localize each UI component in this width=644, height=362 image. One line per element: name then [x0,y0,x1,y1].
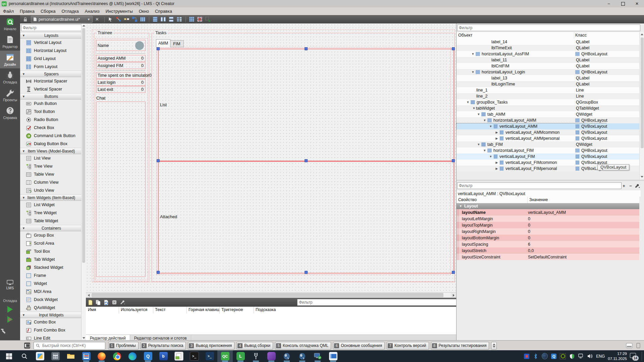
object-name-cell[interactable]: ▼horizontalLayout_Login [457,69,588,75]
property-value[interactable]: 0 [528,222,530,228]
menu-item-2[interactable]: Сборка [38,8,59,15]
object-class-cell[interactable]: QGroupBox [574,99,641,105]
chevron-down-icon[interactable]: ▼ [489,155,493,158]
action-table-body[interactable] [86,313,456,335]
widgetbox-item-table-widget[interactable]: Table Widget [20,217,82,225]
steam-icon[interactable] [542,353,548,359]
object-tree-scrollbar[interactable] [639,32,644,180]
object-row-label_11[interactable]: label_11QLabel [457,57,639,63]
object-inspector-filter-input[interactable] [457,24,640,31]
panel-splitter[interactable] [457,180,644,181]
action-column-5[interactable]: Подсказка [256,307,276,312]
output-pane-1[interactable]: 1Проблемы [108,342,139,350]
security-shield-icon[interactable] [569,353,575,359]
selection-handle[interactable] [305,47,308,50]
selection-handle[interactable] [157,47,160,50]
action-filter-input[interactable] [297,299,458,306]
scroll-up-icon[interactable] [641,34,643,35]
property-section-layout[interactable]: ▼ Layout [457,203,639,209]
add-property-button[interactable]: + [621,182,627,189]
taskbar-panel-app-icon[interactable] [325,350,341,362]
property-row-layoutName[interactable]: layoutNameverticalLayout_AMM [457,209,639,216]
property-row-layoutStretch[interactable]: layoutStretch0,0 [457,247,639,254]
volume-icon[interactable] [587,353,593,359]
scroll-down-icon[interactable] [83,337,85,339]
chevron-down-icon[interactable]: ▼ [483,119,487,122]
scrollbar-thumb[interactable] [641,38,644,148]
object-row-horizontalLayout_AMM[interactable]: ▼horizontalLayout_AMMQHBoxLayout [457,117,639,123]
chevron-down-icon[interactable]: ▼ [489,125,493,128]
widgetbox-item-mdi-area[interactable]: MDI Area [20,288,82,296]
taskbar-start-icon[interactable] [1,350,17,362]
chat-list-widget[interactable] [96,102,146,277]
object-class-cell[interactable]: QLabel [574,63,641,69]
action-column-4[interactable]: Триггерное [221,307,243,312]
object-class-cell[interactable]: QLabel [574,39,641,45]
form-editor-canvas[interactable]: Trainee Name Chat Assigned AMM0Assigned … [86,23,456,292]
widgetbox-item-form-layout[interactable]: Form Layout [20,63,82,71]
selection-handle[interactable] [452,159,455,162]
locator-search[interactable] [34,342,105,350]
selection-handle[interactable] [305,159,308,162]
widgetbox-item-tree-view[interactable]: Tree View [20,162,82,170]
layout-form-icon[interactable] [176,16,182,22]
taskbar-search-icon[interactable] [17,350,32,362]
edit-taborder-icon[interactable] [132,16,138,22]
widgetbox-item-group-box[interactable]: Group Box [20,231,82,239]
q-tray-icon[interactable]: Q [551,353,557,359]
widgetbox-item-frame[interactable]: Frame [20,272,82,280]
property-value[interactable]: 6 [528,241,530,247]
mode-welcome[interactable]: Начало [0,15,20,33]
object-class-cell[interactable]: Line [574,87,641,93]
object-name-cell[interactable]: ▼horizontalLayout_AssFIM [457,51,588,57]
kit-selector[interactable]: LMS Отладка [0,280,20,334]
object-class-cell[interactable]: QHBoxLayout [574,147,639,154]
menu-item-3[interactable]: Отладка [58,8,82,15]
property-row-layoutBottomMargin[interactable]: layoutBottomMargin0 [457,235,639,241]
chevron-down-icon[interactable]: ▼ [477,143,481,146]
widgetbox-item-radio-button[interactable]: Radio Button [20,116,82,124]
network-icon[interactable] [578,353,584,359]
mode-projects[interactable]: Проекты [0,86,20,104]
property-row-layoutRightMargin[interactable]: layoutRightMargin0 [457,228,639,235]
build-config-name[interactable]: Отладка [0,299,20,303]
taskbar-calculator-app-icon[interactable] [48,350,63,362]
object-row-groupBox_Tasks[interactable]: ▼groupBox_TasksQGroupBox [457,99,639,105]
stat-row-last-login[interactable]: Last login0 [96,79,146,86]
document-selector[interactable]: personalcardtrainee.ui* ▼ [31,16,93,23]
object-class-cell[interactable]: QWidget [574,141,641,147]
tab-fim[interactable]: FIM [170,40,184,47]
taskbar-purple-app-icon[interactable] [264,350,279,362]
property-value[interactable]: verticalLayout_AMM [528,209,566,216]
output-pane-3[interactable]: 3Вывод приложения [188,342,234,350]
column-value[interactable]: Значение [529,197,548,202]
output-pane-8[interactable]: 8Результаты тестирования [431,342,489,350]
chevron-down-icon[interactable]: ▼ [472,107,476,110]
scroll-right-icon[interactable] [451,293,456,298]
tray-app-icon[interactable] [524,353,530,359]
object-class-cell[interactable]: QHBoxLayout [574,51,639,57]
widgetbox-item-command-link-button[interactable]: Command Link Button [20,132,82,140]
object-row-horizontalLayout_Login[interactable]: ▼horizontalLayout_LoginQHBoxLayout [457,69,639,75]
layout-grid-icon[interactable] [189,16,195,22]
widgetbox-item-horizontal-layout[interactable]: Horizontal Layout [20,47,82,55]
property-value[interactable]: 0 [528,216,530,222]
column-object[interactable]: Объект [458,33,473,38]
object-class-cell[interactable]: QVBoxLayout [574,135,639,141]
object-row-label_13[interactable]: label_13QLabel [457,75,639,81]
mode-design[interactable]: Дизайн [0,51,20,68]
scrollbar-thumb[interactable] [82,28,85,263]
debug-run-button[interactable] [7,316,13,323]
spin-up-icon[interactable] [493,344,495,345]
property-value[interactable]: 0 [528,228,530,235]
widgetbox-section-1[interactable]: ▼Spacers [20,71,82,77]
object-class-cell[interactable]: QHBoxLayout [574,69,639,75]
chevron-right-icon[interactable]: ▶ [495,131,499,134]
taskbar-qt-creator-icon[interactable]: QC [217,350,233,362]
delete-action-icon[interactable] [111,299,117,305]
selection-handle[interactable] [157,159,160,162]
property-value[interactable]: SetDefaultConstraint [528,254,567,260]
tasks-group-box[interactable]: Tasks AMM FIM List Attached [152,33,455,282]
taskbar-postgres-app-icon[interactable] [279,350,294,362]
property-row-layoutTopMargin[interactable]: layoutTopMargin0 [457,222,639,228]
